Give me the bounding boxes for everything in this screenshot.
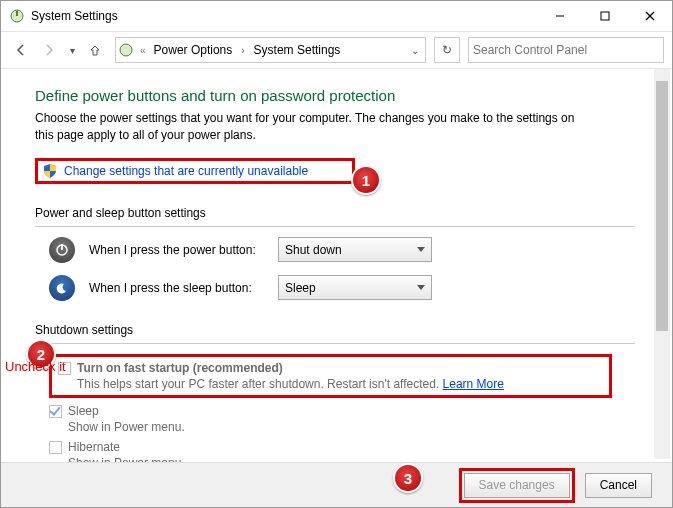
change-settings-link[interactable]: Change settings that are currently unava… [64, 164, 308, 178]
hibernate-option-label: Hibernate [68, 440, 185, 454]
close-button[interactable] [627, 1, 672, 31]
divider [35, 226, 635, 227]
refresh-button[interactable]: ↻ [434, 37, 460, 63]
sleep-button-value: Sleep [285, 281, 316, 295]
maximize-button[interactable] [582, 1, 627, 31]
hibernate-checkbox[interactable] [49, 441, 62, 454]
annotation-badge-3: 3 [393, 463, 423, 493]
up-button[interactable] [83, 38, 107, 62]
annotation-uncheck-text: Uncheck it [5, 359, 66, 374]
divider-2 [35, 343, 635, 344]
power-icon [49, 237, 75, 263]
section-power-sleep-label: Power and sleep button settings [35, 206, 644, 220]
nav-toolbar: ▾ « Power Options › System Settings ⌄ ↻ … [1, 31, 672, 69]
fast-startup-title: Turn on fast startup (recommended) [77, 361, 504, 375]
forward-button[interactable] [37, 38, 61, 62]
system-settings-window: System Settings ▾ « Power Options › Syst… [0, 0, 673, 508]
address-icon [118, 42, 134, 58]
sleep-button-combo[interactable]: Sleep [278, 275, 432, 300]
sleep-option-label: Sleep [68, 404, 185, 418]
learn-more-link[interactable]: Learn More [443, 377, 504, 391]
svg-rect-3 [601, 12, 609, 20]
window-buttons [537, 1, 672, 31]
sleep-option-sub: Show in Power menu. [68, 420, 185, 434]
scrollbar-thumb[interactable] [656, 81, 668, 331]
power-button-combo[interactable]: Shut down [278, 237, 432, 262]
address-dropdown[interactable]: ⌄ [407, 45, 423, 56]
fast-startup-box: Turn on fast startup (recommended) This … [49, 354, 612, 398]
annotation-badge-1: 1 [351, 165, 381, 195]
page-heading: Define power buttons and turn on passwor… [35, 87, 644, 104]
footer-bar: Save changes Cancel [1, 462, 672, 507]
breadcrumb-back-chevron[interactable]: « [138, 45, 148, 56]
power-button-row: When I press the power button: Shut down [49, 237, 644, 263]
save-changes-button[interactable]: Save changes [464, 473, 570, 498]
svg-point-6 [120, 44, 132, 56]
minimize-button[interactable] [537, 1, 582, 31]
cancel-button[interactable]: Cancel [585, 473, 652, 498]
breadcrumb-system-settings[interactable]: System Settings [252, 43, 343, 57]
section-shutdown-label: Shutdown settings [35, 323, 644, 337]
breadcrumb-power-options[interactable]: Power Options [152, 43, 235, 57]
save-changes-highlight: Save changes [459, 468, 575, 503]
chevron-right-icon: › [238, 45, 247, 56]
content-area: Define power buttons and turn on passwor… [1, 69, 672, 471]
fast-startup-description: This helps start your PC faster after sh… [77, 377, 504, 391]
sleep-button-label: When I press the sleep button: [89, 281, 264, 295]
page-description: Choose the power settings that you want … [35, 110, 595, 144]
back-button[interactable] [9, 38, 33, 62]
history-dropdown[interactable]: ▾ [65, 45, 79, 56]
svg-rect-1 [16, 11, 18, 16]
sleep-option-row: Sleep Show in Power menu. [49, 404, 644, 434]
title-bar: System Settings [1, 1, 672, 31]
vertical-scrollbar[interactable] [654, 69, 670, 459]
power-button-value: Shut down [285, 243, 342, 257]
window-title: System Settings [31, 9, 118, 23]
uac-shield-icon [42, 163, 58, 179]
address-bar[interactable]: « Power Options › System Settings ⌄ [115, 37, 426, 63]
power-settings-icon [9, 8, 25, 24]
power-button-label: When I press the power button: [89, 243, 264, 257]
sleep-icon [49, 275, 75, 301]
change-settings-link-box: Change settings that are currently unava… [35, 158, 355, 184]
search-input[interactable]: Search Control Panel [468, 37, 664, 63]
sleep-checkbox[interactable] [49, 405, 62, 418]
sleep-button-row: When I press the sleep button: Sleep [49, 275, 644, 301]
